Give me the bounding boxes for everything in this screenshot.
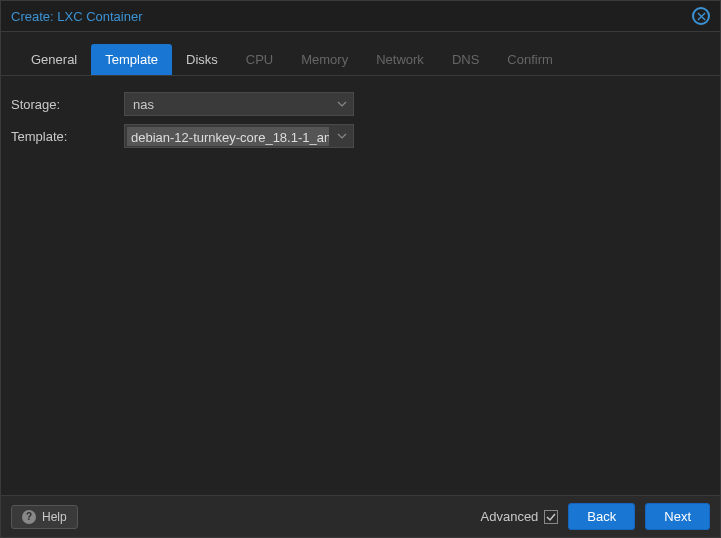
chevron-down-icon xyxy=(331,101,353,107)
tab-disks[interactable]: Disks xyxy=(172,44,232,75)
next-button[interactable]: Next xyxy=(645,503,710,530)
dialog-footer: ? Help Advanced Back Next xyxy=(1,495,720,537)
advanced-checkbox[interactable] xyxy=(544,510,558,524)
tab-cpu[interactable]: CPU xyxy=(232,44,287,75)
back-button[interactable]: Back xyxy=(568,503,635,530)
tab-network[interactable]: Network xyxy=(362,44,438,75)
tab-dns[interactable]: DNS xyxy=(438,44,493,75)
storage-select[interactable]: nas xyxy=(124,92,354,116)
footer-right: Advanced Back Next xyxy=(481,503,710,530)
template-label: Template: xyxy=(9,129,124,144)
template-select[interactable]: debian-12-turnkey-core_18.1-1_am xyxy=(124,124,354,148)
help-icon: ? xyxy=(22,510,36,524)
close-button[interactable] xyxy=(692,7,710,25)
chevron-down-icon xyxy=(331,133,353,139)
tab-general[interactable]: General xyxy=(17,44,91,75)
content-panel: Storage: nas Template: debian-12-turnkey… xyxy=(1,76,720,495)
tab-memory[interactable]: Memory xyxy=(287,44,362,75)
tab-confirm[interactable]: Confirm xyxy=(493,44,567,75)
dialog-header: Create: LXC Container xyxy=(1,1,720,32)
storage-label: Storage: xyxy=(9,97,124,112)
help-label: Help xyxy=(42,510,67,524)
tab-template[interactable]: Template xyxy=(91,44,172,75)
check-icon xyxy=(546,512,556,522)
storage-value: nas xyxy=(125,97,331,112)
tabs-bar: General Template Disks CPU Memory Networ… xyxy=(1,32,720,76)
storage-row: Storage: nas xyxy=(9,92,712,116)
advanced-toggle[interactable]: Advanced xyxy=(481,509,559,524)
close-icon xyxy=(697,12,706,21)
create-lxc-dialog: Create: LXC Container General Template D… xyxy=(0,0,721,538)
help-button[interactable]: ? Help xyxy=(11,505,78,529)
template-row: Template: debian-12-turnkey-core_18.1-1_… xyxy=(9,124,712,148)
advanced-label: Advanced xyxy=(481,509,539,524)
template-value: debian-12-turnkey-core_18.1-1_am xyxy=(127,127,329,146)
dialog-title: Create: LXC Container xyxy=(11,9,143,24)
